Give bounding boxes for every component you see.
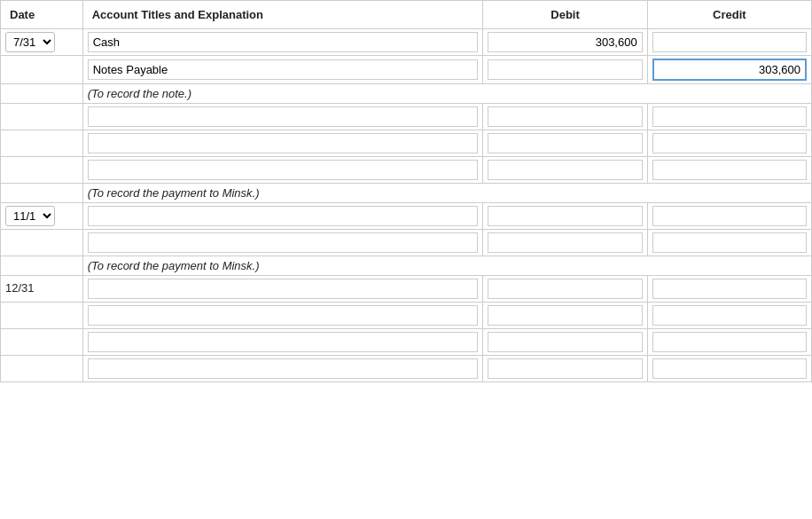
debit-input-1231-1[interactable] <box>488 279 642 299</box>
credit-input-cash[interactable] <box>652 32 807 52</box>
debit-input-1231-3[interactable] <box>488 332 642 352</box>
credit-input-1231-1[interactable] <box>652 279 807 299</box>
header-date: Date <box>1 1 83 29</box>
debit-cell-notes <box>483 56 647 84</box>
note-date-empty3 <box>1 256 83 276</box>
table-row: 11/1 <box>1 203 812 230</box>
header-credit: Credit <box>647 1 811 29</box>
table-row <box>1 356 812 382</box>
note-row-731: (To record the note.) <box>1 84 812 104</box>
credit-input-111-2[interactable] <box>652 232 807 253</box>
note-text-minsk2: (To record the payment to Minsk.) <box>82 256 811 276</box>
debit-input-111-2[interactable] <box>488 232 642 253</box>
blank-credit-2[interactable] <box>652 133 807 153</box>
note-row-minsk2: (To record the payment to Minsk.) <box>1 256 812 276</box>
journal-table: Date Account Titles and Explanation Debi… <box>0 0 812 382</box>
account-input-111-1[interactable] <box>88 206 479 226</box>
credit-input-1231-4[interactable] <box>652 358 807 379</box>
table-row: 12/31 <box>1 276 812 303</box>
debit-input-cash[interactable] <box>488 32 642 52</box>
credit-input-1231-3[interactable] <box>652 332 807 352</box>
account-input-1231-1[interactable] <box>88 279 479 299</box>
debit-input-1231-2[interactable] <box>488 305 642 326</box>
debit-cell <box>483 29 647 56</box>
credit-input-notes[interactable] <box>652 59 807 81</box>
blank-debit-2[interactable] <box>488 133 642 153</box>
table-row <box>1 230 812 256</box>
account-cell <box>82 29 483 56</box>
blank-account-3[interactable] <box>88 160 479 180</box>
note-date-empty2 <box>1 184 83 203</box>
note-text-731: (To record the note.) <box>82 84 811 104</box>
note-text-minsk1: (To record the payment to Minsk.) <box>82 184 811 203</box>
blank-account-2[interactable] <box>88 133 479 153</box>
table-row <box>1 303 812 329</box>
blank-credit-3[interactable] <box>652 160 807 180</box>
blank-debit-3[interactable] <box>488 160 642 180</box>
date-cell-111[interactable]: 11/1 <box>1 203 83 230</box>
debit-input-111-1[interactable] <box>488 206 642 226</box>
note-row-minsk1: (To record the payment to Minsk.) <box>1 184 812 203</box>
credit-cell <box>647 29 811 56</box>
note-date-empty <box>1 84 83 104</box>
header-account: Account Titles and Explanation <box>82 1 483 29</box>
date-cell[interactable]: 7/31 <box>1 29 83 56</box>
account-input-cash[interactable] <box>88 32 479 52</box>
date-cell-1231: 12/31 <box>1 276 83 303</box>
table-row: 7/31 <box>1 29 812 56</box>
credit-input-111-1[interactable] <box>652 206 807 226</box>
credit-cell-notes <box>647 56 811 84</box>
table-row <box>1 104 812 130</box>
account-input-notes-payable[interactable] <box>88 59 479 80</box>
blank-credit-1[interactable] <box>652 106 807 127</box>
account-input-111-2[interactable] <box>88 232 479 253</box>
table-row <box>1 56 812 84</box>
date-select-731[interactable]: 7/31 <box>5 32 55 52</box>
table-row <box>1 329 812 356</box>
table-row <box>1 157 812 184</box>
debit-input-notes[interactable] <box>488 59 642 80</box>
date-cell-empty <box>1 56 83 84</box>
account-input-1231-3[interactable] <box>88 332 479 352</box>
account-input-1231-4[interactable] <box>88 358 479 379</box>
credit-input-1231-2[interactable] <box>652 305 807 326</box>
account-cell-notes <box>82 56 483 84</box>
header-debit: Debit <box>483 1 647 29</box>
date-label-1231: 12/31 <box>5 281 35 295</box>
blank-debit-1[interactable] <box>488 106 642 127</box>
debit-input-1231-4[interactable] <box>488 358 642 379</box>
account-input-1231-2[interactable] <box>88 305 479 326</box>
blank-account-1[interactable] <box>88 106 479 127</box>
table-row <box>1 130 812 157</box>
date-select-111[interactable]: 11/1 <box>5 206 55 226</box>
